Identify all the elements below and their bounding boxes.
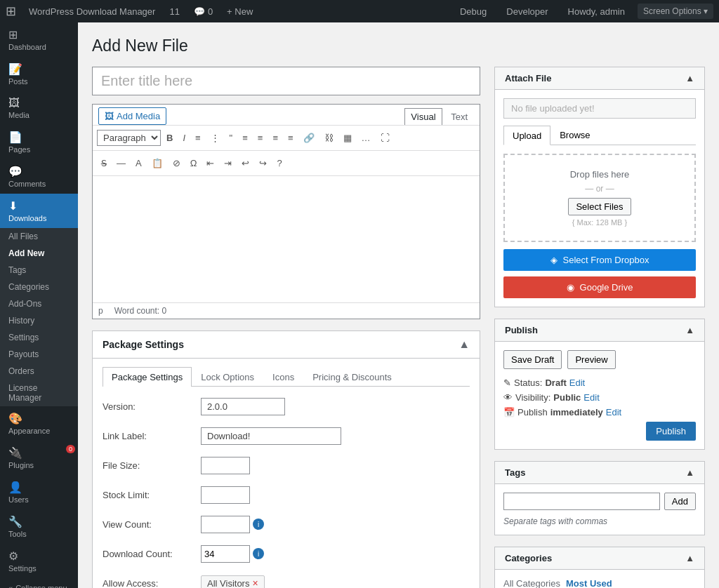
tab-icons[interactable]: Icons: [263, 367, 303, 387]
attach-file-toggle[interactable]: ▲: [685, 73, 694, 83]
download-count-info-icon[interactable]: i: [253, 548, 264, 559]
visibility-edit-link[interactable]: Edit: [583, 392, 599, 403]
color-button[interactable]: A: [131, 155, 146, 171]
dropzone[interactable]: Drop files here — or — Select Files { Ma…: [503, 154, 696, 242]
sidebar-item-pages[interactable]: 📄 Pages: [0, 125, 78, 159]
post-title-input[interactable]: [92, 67, 480, 95]
tab-package-settings[interactable]: Package Settings: [103, 367, 192, 387]
cat-tab-most-used[interactable]: Most Used: [566, 578, 612, 588]
link-button[interactable]: 🔗: [299, 130, 319, 146]
file-size-input[interactable]: [201, 457, 250, 474]
tab-pricing-discounts[interactable]: Pricing & Discounts: [303, 367, 401, 387]
adminbar-new[interactable]: + New: [220, 6, 260, 17]
align-left-button[interactable]: ≡: [238, 130, 252, 146]
tag-input[interactable]: [503, 493, 660, 510]
paste-text-button[interactable]: 📋: [147, 155, 167, 171]
paragraph-select[interactable]: Paragraph: [97, 130, 161, 146]
tags-header[interactable]: Tags ▲: [495, 462, 704, 484]
add-tag-button[interactable]: Add: [664, 493, 696, 510]
submenu-license-manager[interactable]: License Manager: [0, 380, 78, 406]
align-right-button[interactable]: ≡: [268, 130, 282, 146]
adminbar-debug[interactable]: Debug: [453, 6, 494, 17]
submenu-history[interactable]: History: [0, 312, 78, 329]
view-count-info-icon[interactable]: i: [253, 519, 264, 530]
sidebar-item-downloads[interactable]: ⬇ Downloads: [0, 194, 78, 228]
sidebar-item-settings[interactable]: ⚙ Settings: [0, 544, 78, 578]
tab-lock-options[interactable]: Lock Options: [192, 367, 263, 387]
submenu-addons[interactable]: Add-Ons: [0, 295, 78, 312]
hr-button[interactable]: —: [112, 155, 130, 171]
strike-button[interactable]: S̶: [97, 155, 111, 171]
table-button[interactable]: ▦: [339, 130, 356, 146]
submenu-settings[interactable]: Settings: [0, 329, 78, 346]
sidebar-item-tools[interactable]: 🔧 Tools: [0, 509, 78, 544]
preview-button[interactable]: Preview: [567, 350, 615, 369]
adminbar-notifications[interactable]: 11: [162, 6, 186, 17]
publish-button[interactable]: Publish: [646, 422, 696, 441]
link-label-input[interactable]: [201, 427, 341, 445]
adminbar-site-name[interactable]: WordPress Download Manager: [22, 6, 162, 17]
download-count-input[interactable]: [201, 545, 250, 563]
publish-header[interactable]: Publish ▲: [495, 319, 704, 342]
visual-tab[interactable]: Visual: [404, 108, 442, 125]
publish-toggle[interactable]: ▲: [685, 325, 694, 335]
help-button[interactable]: ?: [272, 155, 286, 171]
align-justify-button[interactable]: ≡: [284, 130, 298, 146]
categories-header[interactable]: Categories ▲: [495, 547, 704, 570]
cat-tab-all[interactable]: All Categories: [503, 578, 560, 588]
gdrive-button[interactable]: ◉ Google Drive: [503, 276, 696, 298]
adminbar-howdy[interactable]: Howdy, admin: [561, 6, 632, 17]
add-media-button[interactable]: 🖼 Add Media: [98, 107, 166, 125]
italic-button[interactable]: I: [178, 130, 190, 146]
submenu-payouts[interactable]: Payouts: [0, 346, 78, 363]
outdent-button[interactable]: ⇤: [202, 155, 218, 171]
publish-time-edit-link[interactable]: Edit: [606, 407, 621, 417]
submenu-orders[interactable]: Orders: [0, 363, 78, 380]
submenu-categories[interactable]: Categories: [0, 279, 78, 295]
categories-toggle[interactable]: ▲: [685, 553, 694, 563]
special-char-button[interactable]: Ω: [186, 155, 202, 171]
adminbar-comments[interactable]: 💬 0: [187, 6, 220, 17]
undo-button[interactable]: ↩: [237, 155, 253, 171]
submenu-add-new[interactable]: Add New: [0, 245, 78, 262]
ol-button[interactable]: ⋮: [206, 130, 224, 146]
text-tab[interactable]: Text: [444, 108, 474, 125]
view-count-input[interactable]: [201, 516, 250, 533]
more-button[interactable]: …: [357, 130, 375, 146]
dropbox-button[interactable]: ◈ Select From Dropbox: [503, 249, 696, 271]
sidebar-item-plugins[interactable]: 🔌 Plugins 0: [0, 441, 78, 475]
package-settings-toggle[interactable]: ▲: [459, 338, 470, 351]
screen-options-button[interactable]: Screen Options ▾: [638, 4, 713, 19]
quote-button[interactable]: ": [225, 130, 237, 146]
submenu-tags[interactable]: Tags: [0, 262, 78, 279]
redo-button[interactable]: ↪: [255, 155, 271, 171]
version-input[interactable]: [201, 398, 285, 415]
status-edit-link[interactable]: Edit: [569, 377, 585, 388]
browse-tab[interactable]: Browse: [550, 126, 599, 145]
unlink-button[interactable]: ⛓: [320, 130, 338, 146]
bold-button[interactable]: B: [162, 130, 177, 146]
attach-file-header[interactable]: Attach File ▲: [495, 67, 704, 90]
sidebar-item-dashboard[interactable]: ⊞ Dashboard: [0, 22, 78, 57]
sidebar-item-users[interactable]: 👤 Users: [0, 475, 78, 509]
align-center-button[interactable]: ≡: [253, 130, 268, 146]
submenu-all-files[interactable]: All Files: [0, 228, 78, 245]
sidebar-item-posts[interactable]: 📝 Posts: [0, 57, 78, 91]
sidebar-item-comments[interactable]: 💬 Comments: [0, 159, 78, 194]
access-remove-button[interactable]: ×: [252, 577, 258, 588]
adminbar-developer[interactable]: Developer: [499, 6, 555, 17]
package-settings-header[interactable]: Package Settings ▲: [93, 331, 480, 359]
editor-content[interactable]: [93, 176, 480, 302]
upload-tab[interactable]: Upload: [503, 126, 550, 145]
indent-button[interactable]: ⇥: [220, 155, 236, 171]
sidebar-item-appearance[interactable]: 🎨 Appearance: [0, 406, 78, 441]
wp-logo-icon[interactable]: ⊞: [6, 4, 16, 19]
remove-format-button[interactable]: ⊘: [169, 155, 185, 171]
tags-toggle[interactable]: ▲: [685, 467, 694, 478]
ul-button[interactable]: ≡: [191, 130, 205, 146]
stock-limit-input[interactable]: [201, 486, 250, 504]
fullscreen-button[interactable]: ⛶: [376, 130, 394, 146]
select-files-button[interactable]: Select Files: [568, 198, 631, 215]
save-draft-button[interactable]: Save Draft: [503, 350, 562, 369]
sidebar-item-media[interactable]: 🖼 Media: [0, 91, 78, 125]
